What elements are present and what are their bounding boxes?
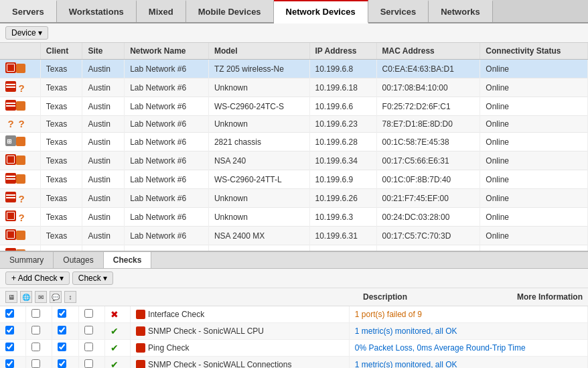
row-status: Online [480,116,588,133]
col-email-icon[interactable]: ✉ [35,291,47,303]
table-row[interactable]: Texas Austin Lab Network #6 TZ 205 wirel… [0,60,588,78]
check-status: ✔ [105,323,131,340]
check-cb4[interactable] [78,340,104,357]
table-row[interactable]: ⊞ Texas Austin Lab Network #6 2821 chass… [0,133,588,151]
row-client: Texas [40,116,82,133]
row-status: Online [480,151,588,170]
check-cb2[interactable] [26,357,52,369]
table-row[interactable]: ? Texas Austin Lab Network #6 Unknown 10… [0,208,588,227]
check-cb1[interactable] [0,340,26,357]
bottom-tab-summary[interactable]: Summary [0,252,54,268]
add-check-btn[interactable]: + Add Check ▾ [5,271,70,285]
row-network: Lab Network #6 [125,227,209,245]
table-row[interactable]: Texas Austin Lab Network #6 WS-C2960-24T… [0,97,588,116]
device-dropdown-btn[interactable]: Device ▾ [5,26,48,40]
tab-servers[interactable]: Servers [0,0,57,22]
check-cb3[interactable] [52,306,78,323]
col-client-header: Client [40,43,82,60]
row-ip: 10.199.6.61 [309,245,376,251]
table-row[interactable]: Texas Austin Lab Network #6 WS-C2960-24T… [0,245,588,251]
table-row[interactable]: Texas Austin Lab Network #6 WS-C2960-24T… [0,170,588,189]
check-cb2[interactable] [26,306,52,323]
check-more-info[interactable]: 1 metric(s) monitored, all OK [349,357,587,369]
row-site: Austin [82,78,125,97]
row-site: Austin [82,208,125,227]
row-mac: 00:17:C5:7C:70:3D [376,227,480,245]
row-site: Austin [82,245,125,251]
check-cb2[interactable] [26,323,52,340]
row-site: Austin [82,133,125,151]
check-more-info[interactable]: 1 metric(s) monitored, all OK [349,323,587,340]
col-network-icon[interactable]: 🌐 [20,291,32,303]
check-more-info[interactable]: 0% Packet Loss, 0ms Average Round-Trip T… [349,340,587,357]
check-cb3[interactable] [52,340,78,357]
row-site: Austin [82,227,125,245]
status-ok-icon: ✔ [111,359,119,368]
row-icons [0,227,40,245]
check-cb2[interactable] [26,340,52,357]
status-ok-icon: ✔ [111,326,119,336]
list-item: ✔ SNMP Check - SonicWALL Connections 1 m… [0,357,588,369]
row-mac: 00:1C:58:7E:45:38 [376,133,480,151]
row-mac: 00:24:DC:03:28:00 [376,208,480,227]
row-icons: ? [0,78,40,97]
row-icons [0,170,40,189]
checks-table-wrapper: ✖ Interface Check 1 port(s) failed of 9 … [0,306,588,368]
tab-workstations[interactable]: Workstations [57,0,137,22]
bottom-tab-outages[interactable]: Outages [54,252,103,268]
devices-table: Client Site Network Name Model IP Addres… [0,43,588,251]
table-row[interactable]: Texas Austin Lab Network #6 NSA 240 10.1… [0,151,588,170]
check-cb3[interactable] [52,357,78,369]
row-status: Online [480,245,588,251]
check-cb3[interactable] [52,323,78,340]
row-ip: 10.199.6.23 [309,116,376,133]
bottom-tab-checks[interactable]: Checks [104,252,152,268]
tab-networks[interactable]: Networks [429,0,493,22]
row-network: Lab Network #6 [125,133,209,151]
check-btn[interactable]: Check ▾ [72,271,113,285]
check-cb4[interactable] [78,306,104,323]
row-client: Texas [40,60,82,78]
row-model: Unknown [208,189,309,208]
check-cb4[interactable] [78,357,104,369]
row-mac: 00:1C:0F:AC:5C:40 [376,245,480,251]
row-client: Texas [40,170,82,189]
checks-toolbar: + Add Check ▾ Check ▾ [0,269,588,288]
table-row[interactable]: ?? Texas Austin Lab Network #6 Unknown 1… [0,116,588,133]
tab-mobile[interactable]: Mobile Devices [186,0,274,22]
table-row[interactable]: ? Texas Austin Lab Network #6 Unknown 10… [0,78,588,97]
row-client: Texas [40,245,82,251]
checks-col-icons: 🖥 🌐 ✉ 💬 ↕ Description More Information [0,288,588,306]
tab-network-devices[interactable]: Network Devices [274,0,368,23]
row-client: Texas [40,189,82,208]
col-site-header: Site [82,43,125,60]
col-sort-icon[interactable]: ↕ [64,291,76,303]
tab-services[interactable]: Services [368,0,429,22]
table-row[interactable]: ? Texas Austin Lab Network #6 Unknown 10… [0,189,588,208]
row-site: Austin [82,116,125,133]
row-network: Lab Network #6 [125,170,209,189]
status-fail-icon: ✖ [111,309,119,320]
check-cb1[interactable] [0,357,26,369]
col-monitor-icon[interactable]: 🖥 [5,291,17,303]
check-description: SNMP Check - SonicWALL CPU [131,323,350,340]
row-client: Texas [40,227,82,245]
check-more-info[interactable]: 1 port(s) failed of 9 [349,306,587,323]
tab-mixed[interactable]: Mixed [137,0,186,22]
col-chat-icon[interactable]: 💬 [50,291,62,303]
check-cb1[interactable] [0,323,26,340]
list-item: ✖ Interface Check 1 port(s) failed of 9 [0,306,588,323]
row-client: Texas [40,97,82,116]
row-ip: 10.199.6.9 [309,170,376,189]
info-col-label: More Information [517,292,583,302]
checks-table: ✖ Interface Check 1 port(s) failed of 9 … [0,306,588,368]
row-mac: 00:21:F7:45:EF:00 [376,189,480,208]
row-site: Austin [82,189,125,208]
check-cb4[interactable] [78,323,104,340]
row-icons: ?? [0,116,40,133]
row-model: WS-C2960-24TT-L [208,245,309,251]
check-cb1[interactable] [0,306,26,323]
table-row[interactable]: Texas Austin Lab Network #6 NSA 2400 MX … [0,227,588,245]
row-model: WS-C2960-24TC-S [208,97,309,116]
row-client: Texas [40,151,82,170]
